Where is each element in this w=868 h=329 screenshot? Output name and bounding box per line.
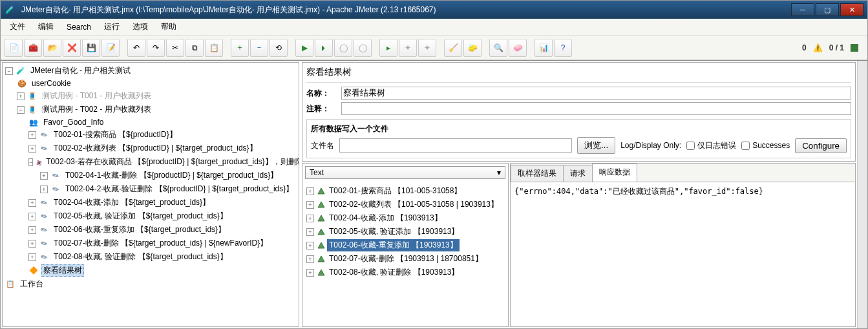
tab-sampler[interactable]: 取样器结果 (511, 165, 564, 182)
redo-button[interactable]: ↷ (147, 39, 165, 57)
save-as-button[interactable]: 📝 (101, 39, 120, 57)
start-button[interactable]: ▶ (295, 39, 313, 57)
tree-item[interactable]: +✎T002-06-收藏-重复添加 【${target_product_ids}… (28, 223, 297, 237)
expand-button[interactable]: ＋ (231, 39, 249, 57)
remote-start-button[interactable]: ▸ (379, 39, 397, 57)
svg-marker-2 (318, 215, 324, 221)
tree-t002[interactable]: −🧵测试用例 - T002 - 用户收藏列表 (17, 103, 297, 116)
tree-workbench[interactable]: 📋工作台 (5, 277, 297, 291)
menu-help[interactable]: 帮助 (156, 19, 182, 35)
app-icon: 🧪 (5, 5, 15, 15)
window-title: JMeter自动化- 用户相关测试.jmx (I:\Temp\mobileApp… (21, 5, 436, 16)
cut-button[interactable]: ✂ (166, 39, 184, 57)
save-button[interactable]: 💾 (82, 39, 100, 57)
help-button[interactable]: ? (554, 39, 572, 57)
tree-subitem[interactable]: +✎T002-04-1-收藏-删除 【${productID} | ${targ… (40, 169, 297, 182)
result-item[interactable]: +T002-04-收藏-添加 【1903913】 (306, 211, 505, 225)
tree-cookie[interactable]: 🍪userCookie (17, 78, 297, 89)
write-group-title: 所有数据写入一个文件 (311, 123, 847, 134)
tree-item[interactable]: +✎T002-08-收藏, 验证删除 【${target_product_ids… (28, 250, 297, 264)
response-body[interactable]: {"errno":404,"data":"已经收藏过该商品","favor_id… (511, 182, 855, 326)
collapse-button[interactable]: － (250, 39, 268, 57)
close-button[interactable]: ✕ (840, 3, 863, 16)
clear-button[interactable]: 🧹 (444, 39, 462, 57)
name-input[interactable] (341, 87, 851, 100)
listener-config: 察看结果树 名称： 注释： 所有数据写入一个文件 文件名 浏览... Log/D… (302, 62, 856, 162)
success-icon (317, 214, 326, 223)
copy-button[interactable]: ⧉ (185, 39, 204, 57)
result-item[interactable]: +T002-02-收藏列表 【101-005-31058 | 1903913】 (306, 198, 505, 211)
tree-favor[interactable]: 👥Favor_Good_Info (28, 116, 297, 128)
function-helper-button[interactable]: 📊 (535, 39, 553, 57)
success-icon (317, 200, 326, 209)
undo-button[interactable]: ↶ (127, 39, 145, 57)
search-button[interactable]: 🔍 (489, 39, 507, 57)
content-area: −🧪JMeter自动化 - 用户相关测试 🍪userCookie +🧵测试用例 … (1, 60, 867, 328)
close-button-tb[interactable]: ❌ (63, 39, 81, 57)
maximize-button[interactable]: ▢ (816, 3, 839, 16)
configure-button[interactable]: Configure (795, 138, 847, 153)
paste-button[interactable]: 📋 (205, 39, 223, 57)
comment-label: 注释： (306, 103, 339, 114)
menu-edit[interactable]: 编辑 (33, 19, 59, 35)
details-panel: 察看结果树 名称： 注释： 所有数据写入一个文件 文件名 浏览... Log/D… (302, 62, 856, 327)
success-icon (317, 241, 326, 250)
menu-search[interactable]: Search (61, 20, 96, 34)
flask-icon: 🧪 (16, 66, 26, 76)
tab-request[interactable]: 请求 (563, 165, 593, 182)
tree-item[interactable]: +✎T002-01-搜索商品 【${productID}】 (28, 128, 297, 142)
app-window: 🧪 JMeter自动化- 用户相关测试.jmx (I:\Temp\mobileA… (0, 0, 868, 329)
filename-label: 文件名 (311, 140, 334, 151)
tree-item[interactable]: +✎T002-04-收藏-添加 【${target_product_ids}】 (28, 196, 297, 209)
name-label: 名称： (306, 88, 339, 99)
templates-button[interactable]: 🧰 (24, 39, 42, 57)
svg-marker-0 (318, 188, 324, 194)
scrollbar[interactable] (857, 61, 867, 328)
cookie-icon: 🍪 (17, 78, 27, 89)
tree-t001[interactable]: +🧵测试用例 - T001 - 用户收藏列表 (17, 89, 297, 103)
render-combo[interactable]: Text ▾ (305, 166, 505, 179)
tab-response[interactable]: 响应数据 (592, 164, 637, 182)
minimize-button[interactable]: ─ (791, 3, 814, 16)
toggle-button[interactable]: ⟲ (270, 39, 288, 57)
remote-stop-button[interactable]: ✦ (399, 39, 417, 57)
success-icon (317, 187, 326, 196)
running-indicator-icon (851, 44, 858, 52)
open-button[interactable]: 📂 (43, 39, 61, 57)
warn-icon: ⚠️ (813, 43, 823, 52)
remote-shutdown-button[interactable]: ✦ (418, 39, 436, 57)
result-tabs: 取样器结果 请求 响应数据 (511, 164, 855, 182)
result-item[interactable]: +T002-05-收藏, 验证添加 【1903913】 (306, 225, 505, 239)
result-item[interactable]: +T002-07-收藏-删除 【1903913 | 18700851】 (306, 252, 505, 266)
tree-item[interactable]: +✎T002-05-收藏, 验证添加 【${target_product_ids… (28, 209, 297, 223)
browse-button[interactable]: 浏览... (577, 137, 615, 154)
menu-file[interactable]: 文件 (5, 19, 30, 35)
errors-only-checkbox[interactable]: 仅日志错误 (686, 140, 736, 151)
result-item[interactable]: +T002-01-搜索商品 【101-005-31058】 (306, 184, 505, 198)
reset-search-button[interactable]: 🧼 (509, 39, 527, 57)
chevron-down-icon: ▾ (497, 168, 501, 177)
shutdown-button[interactable]: ◯ (354, 39, 372, 57)
http-request-icon: ✎ (48, 169, 63, 183)
menu-run[interactable]: 运行 (99, 19, 125, 35)
test-plan-tree[interactable]: −🧪JMeter自动化 - 用户相关测试 🍪userCookie +🧵测试用例 … (2, 62, 299, 327)
stop-button[interactable]: ◯ (334, 39, 352, 57)
results-tree[interactable]: +T002-01-搜索商品 【101-005-31058】+T002-02-收藏… (302, 182, 508, 326)
tree-results[interactable]: 🔶察看结果树 (28, 264, 297, 277)
tree-item[interactable]: +✎T002-02-收藏列表 【${productID} | ${target_… (28, 142, 297, 155)
new-button[interactable]: 📄 (5, 39, 23, 57)
tree-subitem[interactable]: +✎T002-04-2-收藏-验证删除 【${productID} | ${ta… (40, 182, 297, 196)
filename-input[interactable] (339, 138, 572, 153)
http-request-icon: ✎ (37, 142, 51, 156)
successes-checkbox[interactable]: Successes (741, 141, 790, 150)
start-no-pause-button[interactable]: ⏵ (315, 39, 333, 57)
thread-group-icon: 🧵 (27, 105, 37, 115)
result-item[interactable]: +T002-06-收藏-重复添加 【1903913】 (306, 239, 505, 252)
comment-input[interactable] (341, 102, 851, 115)
tree-root[interactable]: −🧪JMeter自动化 - 用户相关测试 (5, 64, 297, 78)
result-item[interactable]: +T002-08-收藏, 验证删除 【1903913】 (306, 266, 505, 279)
tree-item[interactable]: −◈T002-03-若存在收藏商品 【${productID} | ${targ… (28, 155, 297, 169)
tree-item[interactable]: +✎T002-07-收藏-删除 【${target_product_ids} |… (28, 237, 297, 250)
menu-options[interactable]: 选项 (127, 19, 153, 35)
clear-all-button[interactable]: 🧽 (463, 39, 482, 57)
